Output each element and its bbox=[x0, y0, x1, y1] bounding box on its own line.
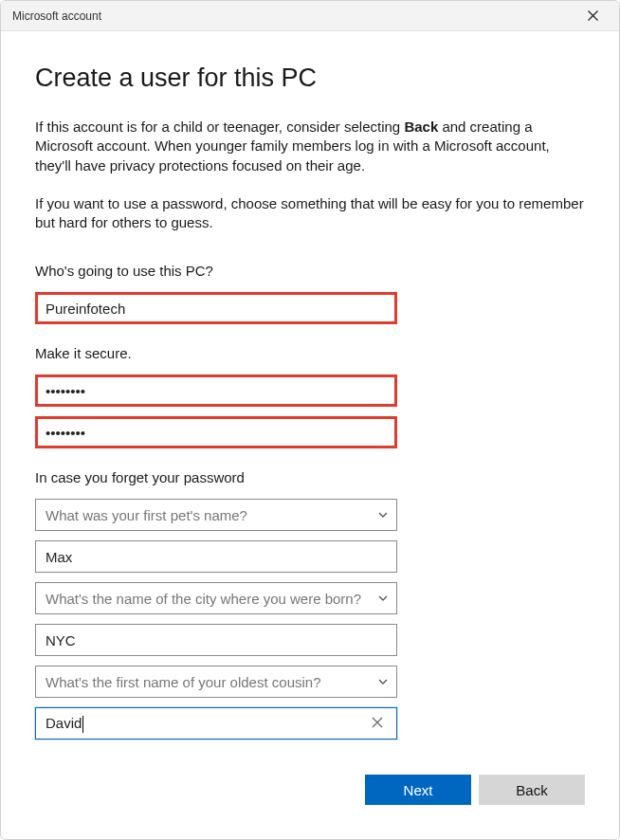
intro1-pre: If this account is for a child or teenag… bbox=[35, 119, 404, 135]
back-button[interactable]: Back bbox=[479, 775, 585, 805]
intro-paragraph-2: If you want to use a password, choose so… bbox=[35, 194, 585, 233]
content-area: Create a user for this PC If this accoun… bbox=[1, 31, 619, 775]
forgot-label: In case you forget your password bbox=[35, 469, 585, 485]
security-question-3-text: What's the first name of your oldest cou… bbox=[46, 674, 377, 690]
page-title: Create a user for this PC bbox=[35, 64, 585, 93]
security-question-3-select[interactable]: What's the first name of your oldest cou… bbox=[35, 666, 397, 698]
clear-icon bbox=[372, 717, 383, 728]
password-input[interactable]: •••••••• bbox=[35, 374, 397, 407]
confirm-password-value: •••••••• bbox=[46, 425, 387, 441]
intro-paragraph-1: If this account is for a child or teenag… bbox=[35, 118, 585, 175]
secure-label: Make it secure. bbox=[35, 345, 585, 361]
dialog-window: Microsoft account Create a user for this… bbox=[0, 0, 620, 840]
security-answer-2-input[interactable]: NYC bbox=[35, 624, 397, 656]
security-answer-3-value: David bbox=[46, 715, 368, 733]
security-answer-3-input[interactable]: David bbox=[35, 707, 397, 740]
clear-input-button[interactable] bbox=[368, 715, 387, 732]
footer-buttons: Next Back bbox=[1, 775, 619, 839]
security-question-1-text: What was your first pet's name? bbox=[46, 507, 377, 523]
security-question-2-select[interactable]: What's the name of the city where you we… bbox=[35, 582, 397, 614]
intro1-bold: Back bbox=[404, 119, 438, 135]
close-icon bbox=[588, 10, 598, 21]
chevron-down-icon bbox=[377, 507, 389, 523]
security-answer-1-input[interactable]: Max bbox=[35, 540, 397, 573]
security-answer-2-value: NYC bbox=[46, 632, 387, 648]
username-input[interactable]: Pureinfotech bbox=[35, 292, 397, 324]
confirm-password-input[interactable]: •••••••• bbox=[35, 416, 397, 448]
next-button[interactable]: Next bbox=[365, 775, 471, 805]
close-button[interactable] bbox=[574, 1, 611, 31]
chevron-down-icon bbox=[377, 591, 389, 607]
text-caret bbox=[82, 716, 83, 733]
who-label: Who's going to use this PC? bbox=[35, 263, 585, 279]
username-value: Pureinfotech bbox=[46, 301, 387, 317]
password-value: •••••••• bbox=[46, 383, 387, 399]
chevron-down-icon bbox=[377, 674, 389, 690]
titlebar-title: Microsoft account bbox=[12, 9, 574, 23]
security-answer-1-value: Max bbox=[46, 549, 387, 565]
security-question-1-select[interactable]: What was your first pet's name? bbox=[35, 499, 397, 531]
security-question-2-text: What's the name of the city where you we… bbox=[46, 591, 377, 607]
titlebar: Microsoft account bbox=[1, 1, 619, 31]
